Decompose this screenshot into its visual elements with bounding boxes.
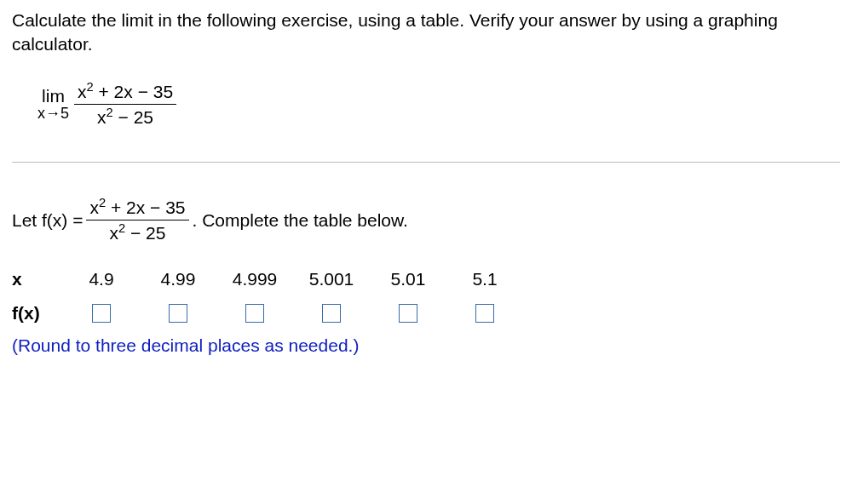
x-value-2: 4.999 (216, 269, 293, 289)
function-definition: Let f(x) = x2 + 2x − 35 x2 − 25 . Comple… (12, 197, 840, 243)
limit-expression: lim x→5 x2 + 2x − 35 x2 − 25 (37, 81, 176, 128)
fx-input-3[interactable] (322, 304, 341, 323)
fx-numerator: x2 + 2x − 35 (86, 197, 188, 218)
fx-input-5[interactable] (475, 304, 494, 323)
fx-input-2[interactable] (245, 304, 264, 323)
x-value-4: 5.01 (370, 269, 446, 289)
lim-word: lim (42, 86, 65, 106)
limit-denominator: x2 − 25 (94, 106, 157, 128)
limit-numerator: x2 + 2x − 35 (74, 81, 176, 102)
rounding-note: (Round to three decimal places as needed… (12, 335, 840, 356)
x-value-0: 4.9 (63, 269, 140, 289)
x-value-1: 4.99 (140, 269, 216, 289)
fx-denominator: x2 − 25 (106, 222, 170, 243)
x-value-3: 5.001 (293, 269, 370, 289)
section-divider (12, 162, 840, 163)
lim-approach: x→5 (37, 106, 69, 123)
fx-fraction: x2 + 2x − 35 x2 − 25 (86, 197, 188, 243)
fx-input-4[interactable] (399, 304, 417, 323)
fx-input-1[interactable] (169, 304, 187, 323)
limit-fraction: x2 + 2x − 35 x2 − 25 (74, 81, 176, 128)
let-prefix: Let f(x) = (12, 210, 83, 231)
problem-instruction: Calculate the limit in the following exe… (12, 9, 840, 57)
x-row-label: x (12, 269, 63, 289)
fx-row-label: f(x) (12, 303, 63, 324)
fx-input-0[interactable] (92, 304, 111, 323)
let-suffix: . Complete the table below. (193, 210, 408, 231)
x-value-5: 5.1 (446, 269, 523, 289)
values-table: x 4.9 4.99 4.999 5.001 5.01 5.1 f(x) (12, 269, 840, 324)
